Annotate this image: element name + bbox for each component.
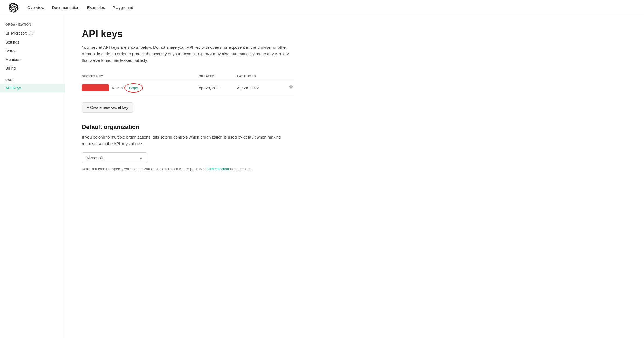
- api-keys-label: API Keys: [5, 86, 21, 90]
- copy-button[interactable]: Copy: [126, 85, 141, 91]
- topnav-links: Overview Documentation Examples Playgrou…: [27, 5, 133, 10]
- org-name-label: Microsoft: [11, 31, 27, 35]
- topnav: Overview Documentation Examples Playgrou…: [0, 0, 644, 15]
- key-redacted-block: [82, 84, 109, 91]
- col-header-created: CREATED: [199, 72, 237, 80]
- page-description: Your secret API keys are shown below. Do…: [82, 44, 294, 64]
- sidebar-item-settings[interactable]: Settings: [0, 38, 65, 47]
- sidebar: ORGANIZATION ⊞ Microsoft i Settings Usag…: [0, 15, 65, 338]
- openai-logo[interactable]: [9, 3, 19, 13]
- page-title: API keys: [82, 28, 294, 40]
- sidebar-org-name[interactable]: ⊞ Microsoft i: [0, 28, 65, 38]
- nav-overview[interactable]: Overview: [27, 5, 44, 10]
- col-header-last-used: LAST USED: [237, 72, 275, 80]
- created-date: Apr 28, 2022: [199, 80, 237, 96]
- default-org-desc: If you belong to multiple organizations,…: [82, 134, 294, 147]
- sidebar-item-members[interactable]: Members: [0, 55, 65, 64]
- org-select-value: Microsoft: [86, 155, 103, 160]
- info-icon[interactable]: i: [29, 31, 33, 35]
- settings-label: Settings: [5, 40, 19, 44]
- copy-label: Copy: [129, 86, 138, 90]
- members-label: Members: [5, 57, 21, 62]
- main-content: API keys Your secret API keys are shown …: [65, 15, 311, 338]
- key-cell: Reveal Copy: [82, 80, 199, 96]
- reveal-button[interactable]: Reveal: [112, 86, 124, 90]
- trash-icon: [289, 85, 293, 90]
- org-section-label: ORGANIZATION: [0, 23, 65, 28]
- default-org-title: Default organization: [82, 124, 294, 131]
- chevron-down-icon: ⌄: [139, 156, 143, 160]
- table-row: Reveal Copy Apr 28, 2022 Apr 28, 2022: [82, 80, 294, 96]
- create-new-secret-key-button[interactable]: + Create new secret key: [82, 102, 133, 113]
- org-icon: ⊞: [5, 30, 9, 36]
- nav-documentation[interactable]: Documentation: [52, 5, 80, 10]
- action-cell: [275, 80, 294, 96]
- org-select-dropdown[interactable]: Microsoft ⌄: [82, 152, 147, 163]
- sidebar-item-api-keys[interactable]: API Keys: [0, 84, 65, 92]
- note-text: Note: You can also specify which organiz…: [82, 167, 294, 171]
- last-used-date: Apr 28, 2022: [237, 80, 275, 96]
- authentication-link[interactable]: Authentication: [206, 167, 229, 171]
- note-suffix: to learn more.: [229, 167, 252, 171]
- delete-button[interactable]: [288, 84, 294, 92]
- nav-examples[interactable]: Examples: [87, 5, 105, 10]
- sidebar-item-billing[interactable]: Billing: [0, 64, 65, 73]
- billing-label: Billing: [5, 66, 16, 70]
- api-keys-table: SECRET KEY CREATED LAST USED Reveal Copy: [82, 72, 294, 96]
- col-header-secret-key: SECRET KEY: [82, 72, 199, 80]
- nav-playground[interactable]: Playground: [113, 5, 133, 10]
- usage-label: Usage: [5, 49, 16, 53]
- app-layout: ORGANIZATION ⊞ Microsoft i Settings Usag…: [0, 15, 644, 338]
- note-prefix: Note: You can also specify which organiz…: [82, 167, 206, 171]
- user-section-label: USER: [0, 78, 65, 84]
- col-header-action: [275, 72, 294, 80]
- sidebar-item-usage[interactable]: Usage: [0, 47, 65, 55]
